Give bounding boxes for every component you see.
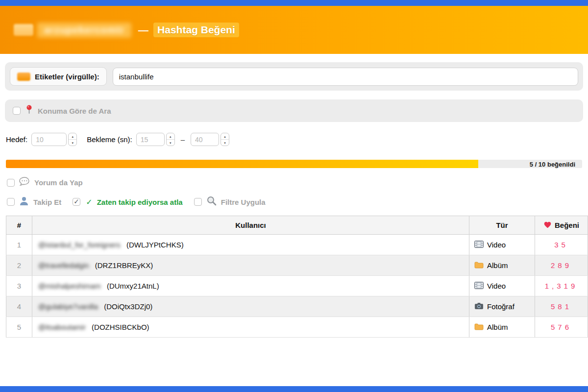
checkmark-icon: ✓ — [74, 197, 79, 205]
target-input[interactable] — [31, 133, 67, 146]
header-index: # — [6, 216, 32, 235]
tags-label: Etiketler (virgülle): — [35, 73, 99, 81]
row-post-code: (DOZHSIBCKbO) — [90, 323, 149, 331]
skip-followed-label: Zaten takip ediyorsa atla — [97, 198, 183, 206]
target-row: Hedef: ▴ ▾ Bekleme (sn): ▴ ▾ – ▴ ▾ — [6, 133, 229, 146]
row-type-label: Albüm — [487, 261, 508, 270]
app-window: arzupekercomtr — Hashtag Beğeni Etiketle… — [0, 0, 588, 392]
follow-label: Takip Et — [33, 198, 61, 206]
progress-fill — [6, 160, 478, 168]
skip-followed-checkbox[interactable]: ✓ — [73, 198, 80, 206]
row-username[interactable]: @gulabiye7vanilla — [38, 302, 98, 311]
header-likes: Beğeni — [535, 216, 588, 235]
row-user-cell: @istanbul_for_foreigners (DWLJYPtCHKS) — [32, 235, 469, 255]
filter-label: Filtre Uygula — [221, 198, 266, 206]
tags-input[interactable] — [113, 68, 578, 86]
speech-bubble-icon — [19, 177, 30, 188]
heart-icon — [543, 221, 552, 230]
row-type-label: Video — [487, 282, 506, 290]
row-index: 5 — [6, 317, 32, 338]
folder-icon — [474, 323, 484, 332]
wait-label: Bekleme (sn): — [87, 135, 132, 144]
bottom-window-strip — [0, 386, 588, 392]
wait-min-input[interactable] — [136, 133, 165, 146]
table-row: 1 @istanbul_for_foreigners (DWLJYPtCHKS)… — [6, 235, 588, 255]
account-icon — [14, 24, 33, 36]
table-header-row: # Kullanıcı Tür Beğeni — [6, 216, 588, 235]
camera-icon — [474, 302, 484, 311]
likes-header-label: Beğeni — [555, 221, 579, 229]
row-username[interactable]: @mishalpeshimam — [38, 282, 101, 290]
row-index: 3 — [6, 276, 32, 296]
row-post-code: (DRZ1RBREyKX) — [93, 261, 153, 270]
tags-label-pill: Etiketler (virgülle): — [10, 67, 107, 86]
magnifier-icon — [206, 196, 217, 208]
row-user-cell: @mishalpeshimam (DUmxy21AtnL) — [32, 276, 469, 296]
row-like-count: 35 — [535, 235, 588, 255]
stepper-up-icon[interactable]: ▴ — [69, 133, 76, 140]
account-name: arzupekercomtr — [37, 23, 131, 38]
header-banner: arzupekercomtr — Hashtag Beğeni — [0, 6, 588, 54]
location-row: ✓ Konuma Göre de Ara — [5, 99, 583, 122]
range-dash: – — [181, 135, 185, 144]
location-label: Konuma Göre de Ara — [38, 107, 111, 115]
comment-checkbox[interactable]: ✓ — [7, 179, 15, 187]
header-type: Tür — [469, 216, 535, 235]
progress-label: 5 / 10 beğenildi — [530, 160, 575, 168]
stepper-up-icon[interactable]: ▴ — [167, 133, 174, 140]
person-icon — [19, 196, 29, 208]
target-label: Hedef: — [6, 135, 27, 144]
row-username[interactable]: @istanbul_for_foreigners — [38, 241, 121, 249]
row-type-label: Fotoğraf — [487, 302, 514, 311]
stepper-up-icon[interactable]: ▴ — [221, 133, 229, 140]
row-type-cell: Video — [469, 235, 535, 255]
green-check-icon: ✓ — [86, 197, 92, 207]
row-index: 4 — [6, 296, 32, 317]
row-user-cell: @itsaboutamir (DOZHSIBCKbO) — [32, 317, 469, 338]
tag-icon — [17, 73, 30, 81]
progress-bar: 5 / 10 beğenildi — [6, 160, 582, 168]
folder-icon — [474, 261, 484, 270]
film-icon — [474, 241, 484, 249]
row-type-label: Albüm — [487, 323, 508, 331]
row-username[interactable]: @travelledalgin — [38, 261, 89, 270]
row-index: 2 — [6, 255, 32, 276]
location-checkbox[interactable]: ✓ — [13, 107, 21, 115]
header-separator: — — [138, 24, 148, 36]
header-user: Kullanıcı — [32, 216, 469, 235]
tags-row: Etiketler (virgülle): — [5, 62, 583, 91]
results-table: # Kullanıcı Tür Beğeni 1 @istanbul_for_f… — [6, 216, 588, 338]
row-like-count: 1,319 — [535, 276, 588, 296]
row-like-count: 576 — [535, 317, 588, 338]
row-like-count: 289 — [535, 255, 588, 276]
wait-max-input[interactable] — [191, 133, 219, 146]
follow-checkbox[interactable]: ✓ — [7, 198, 15, 206]
comment-option-row: ✓ Yorum da Yap — [7, 177, 83, 188]
row-username[interactable]: @itsaboutamir — [38, 323, 86, 331]
row-user-cell: @travelledalgin (DRZ1RBREyKX) — [32, 255, 469, 276]
row-user-cell: @gulabiye7vanilla (DOiQtx3DZj0) — [32, 296, 469, 317]
table-row: 3 @mishalpeshimam (DUmxy21AtnL) Video 1,… — [6, 276, 588, 296]
pin-icon — [25, 105, 33, 117]
stepper-down-icon[interactable]: ▾ — [69, 140, 76, 146]
table-row: 5 @itsaboutamir (DOZHSIBCKbO) Albüm 576 — [6, 317, 588, 338]
filter-checkbox[interactable]: ✓ — [194, 198, 202, 206]
stepper-down-icon[interactable]: ▾ — [167, 140, 174, 146]
row-index: 1 — [6, 235, 32, 255]
row-type-cell: Fotoğraf — [469, 296, 535, 317]
wait-min-stepper[interactable]: ▴ ▾ — [166, 133, 175, 146]
row-type-label: Video — [487, 241, 506, 249]
page-title: Hashtag Beğeni — [153, 23, 239, 37]
target-stepper[interactable]: ▴ ▾ — [68, 133, 77, 146]
stepper-down-icon[interactable]: ▾ — [221, 140, 229, 146]
table-row: 2 @travelledalgin (DRZ1RBREyKX) Albüm 28… — [6, 255, 588, 276]
follow-option-row: ✓ Takip Et ✓ ✓ Zaten takip ediyorsa atla… — [7, 196, 266, 208]
row-post-code: (DOiQtx3DZj0) — [102, 302, 152, 311]
row-type-cell: Video — [469, 276, 535, 296]
user-table-body: 1 @istanbul_for_foreigners (DWLJYPtCHKS)… — [6, 235, 588, 338]
row-type-cell: Albüm — [469, 255, 535, 276]
comment-label: Yorum da Yap — [34, 178, 83, 187]
row-post-code: (DUmxy21AtnL) — [105, 282, 159, 290]
wait-max-stepper[interactable]: ▴ ▾ — [220, 133, 229, 146]
row-type-cell: Albüm — [469, 317, 535, 338]
